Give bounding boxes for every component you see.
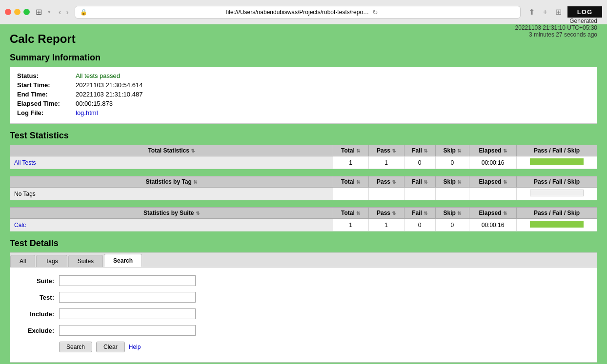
suite-bar-col: Pass / Fail / Skip	[516, 208, 597, 219]
sort-arrow[interactable]: ⇅	[191, 148, 195, 153]
status-row: Status: All tests passed	[17, 72, 590, 79]
calc-bar-container	[530, 221, 584, 228]
include-input-row: Include:	[20, 308, 587, 319]
pass-col-header[interactable]: Pass ⇅	[368, 145, 404, 156]
no-tags-bar	[516, 188, 597, 200]
calc-fail: 0	[404, 219, 435, 231]
share-button[interactable]: ⬆	[526, 6, 537, 18]
end-time-label: End Time:	[17, 91, 71, 98]
sidebar-toggle-button[interactable]: ⊞	[34, 6, 44, 18]
elapsed-col-header[interactable]: Elapsed ⇅	[469, 145, 517, 156]
suite-pass-col[interactable]: Pass ⇅	[368, 208, 404, 219]
exclude-label: Exclude:	[20, 327, 54, 334]
tag-total-col[interactable]: Total ⇅	[333, 176, 368, 188]
forward-button[interactable]: ›	[64, 7, 70, 18]
suite-fail-col[interactable]: Fail ⇅	[404, 208, 435, 219]
include-label: Include:	[20, 310, 54, 318]
suite-skip-col[interactable]: Skip ⇅	[435, 208, 469, 219]
calc-bar	[516, 219, 597, 231]
close-traffic-light[interactable]	[5, 9, 11, 15]
suite-total-col[interactable]: Total ⇅	[333, 208, 368, 219]
log-file-label: Log File:	[17, 109, 71, 116]
no-tags-elapsed	[469, 188, 517, 200]
suite-input-row: Suite:	[20, 275, 587, 286]
report-title: Calc Report	[10, 32, 597, 46]
exclude-input-row: Exclude:	[20, 325, 587, 336]
skip-col-header[interactable]: Skip ⇅	[435, 145, 469, 156]
search-tab-content: Suite: Test: Include: Exclude: Search Cl…	[10, 268, 597, 362]
tab-suites[interactable]: Suites	[68, 255, 103, 267]
no-tags-row: No Tags	[10, 188, 597, 200]
log-button[interactable]: LOG	[567, 6, 602, 18]
end-time-row: End Time: 20221103 21:31:10.487	[17, 91, 590, 98]
no-tags-empty-bar	[530, 190, 584, 196]
url-text: file:///Users/nabendubiswas/Projects/rob…	[226, 9, 369, 16]
no-tags-total	[333, 188, 368, 200]
fail-col-header[interactable]: Fail ⇅	[404, 145, 435, 156]
total-col-header[interactable]: Total ⇅	[333, 145, 368, 156]
no-tags-skip	[435, 188, 469, 200]
test-statistics-title: Test Statistics	[10, 131, 597, 141]
test-details-title: Test Details	[10, 238, 597, 249]
suite-sort-arrow[interactable]: ⇅	[196, 211, 200, 216]
all-tests-link[interactable]: All Tests	[14, 159, 36, 166]
calc-total: 1	[333, 219, 368, 231]
calc-pass: 1	[368, 219, 404, 231]
no-tags-fail	[404, 188, 435, 200]
exclude-input[interactable]	[59, 325, 196, 336]
all-tests-pass-bar	[530, 158, 584, 165]
all-tests-elapsed: 00:00:16	[469, 156, 517, 169]
total-stats-header: Total Statistics ⇅	[10, 145, 333, 156]
all-tests-fail: 0	[404, 156, 435, 169]
tabs-overview-button[interactable]: ⊞	[553, 6, 564, 18]
page-background: Generated 20221103 21:31:10 UTC+05:30 3 …	[0, 24, 607, 364]
generated-label: Generated	[515, 18, 597, 24]
tab-search[interactable]: Search	[104, 254, 142, 267]
tag-pass-col[interactable]: Pass ⇅	[368, 176, 404, 188]
calc-suite-link[interactable]: Calc	[14, 222, 26, 229]
tab-tags[interactable]: Tags	[36, 255, 67, 267]
tab-all[interactable]: All	[10, 255, 35, 267]
suite-label: Suite:	[20, 277, 54, 285]
test-input-row: Test:	[20, 292, 587, 303]
status-value: All tests passed	[76, 72, 120, 79]
log-file-row: Log File: log.html	[17, 109, 590, 116]
minimize-traffic-light[interactable]	[14, 9, 20, 15]
log-file-value: log.html	[76, 109, 98, 116]
log-file-link[interactable]: log.html	[76, 109, 98, 116]
generated-ago: 3 minutes 27 seconds ago	[515, 31, 597, 38]
help-link[interactable]: Help	[129, 344, 141, 350]
tag-sort-arrow[interactable]: ⇅	[193, 179, 197, 185]
clear-button[interactable]: Clear	[96, 342, 125, 352]
status-label: Status:	[17, 72, 71, 79]
generated-info: Generated 20221103 21:31:10 UTC+05:30 3 …	[515, 18, 597, 38]
back-button[interactable]: ‹	[57, 7, 63, 18]
summary-section-title: Summary Information	[10, 53, 597, 63]
end-time-value: 20221103 21:31:10.487	[76, 91, 142, 98]
browser-actions: ⬆ + ⊞	[526, 6, 563, 18]
url-bar[interactable]: 🔒 file:///Users/nabendubiswas/Projects/r…	[75, 6, 521, 19]
fullscreen-traffic-light[interactable]	[23, 9, 30, 15]
elapsed-time-row: Elapsed Time: 00:00:15.873	[17, 100, 590, 107]
tag-statistics-table: Statistics by Tag ⇅ Total ⇅ Pass ⇅ Fail …	[10, 176, 597, 200]
suite-input[interactable]	[59, 275, 196, 286]
calc-name: Calc	[10, 219, 333, 231]
tag-elapsed-col[interactable]: Elapsed ⇅	[469, 176, 517, 188]
start-time-label: Start Time:	[17, 81, 71, 89]
elapsed-time-value: 00:00:15.873	[76, 100, 113, 107]
new-tab-button[interactable]: +	[541, 6, 549, 18]
test-details-box: All Tags Suites Search Suite: Test: Incl…	[10, 252, 597, 363]
security-icon: 🔒	[80, 9, 223, 16]
include-input[interactable]	[59, 308, 196, 319]
tag-bar-col: Pass / Fail / Skip	[516, 176, 597, 188]
all-tests-bar	[516, 156, 597, 169]
suite-elapsed-col[interactable]: Elapsed ⇅	[469, 208, 517, 219]
start-time-row: Start Time: 20221103 21:30:54.614	[17, 81, 590, 89]
reload-icon[interactable]: ↻	[372, 8, 516, 16]
test-label: Test:	[20, 294, 54, 301]
start-time-value: 20221103 21:30:54.614	[76, 81, 142, 89]
tag-fail-col[interactable]: Fail ⇅	[404, 176, 435, 188]
tag-skip-col[interactable]: Skip ⇅	[435, 176, 469, 188]
test-input[interactable]	[59, 292, 196, 303]
search-button[interactable]: Search	[59, 342, 92, 352]
